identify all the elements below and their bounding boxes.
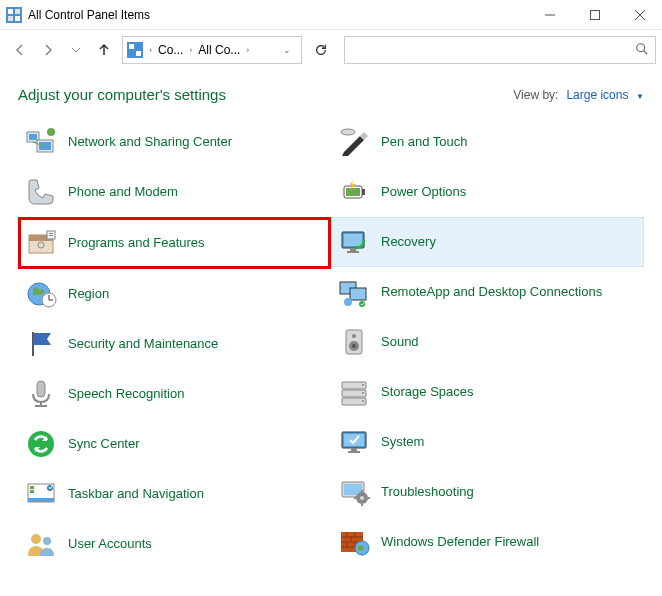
titlebar: All Control Panel Items — [0, 0, 662, 30]
cp-item-label: RemoteApp and Desktop Connections — [381, 284, 602, 300]
control-panel-icon — [6, 7, 22, 23]
cp-item-label: System — [381, 434, 424, 450]
minimize-button[interactable] — [527, 0, 572, 29]
cp-item-sound[interactable]: Sound — [331, 317, 644, 367]
svg-rect-37 — [30, 486, 34, 489]
svg-rect-44 — [362, 189, 365, 195]
svg-rect-48 — [350, 248, 356, 251]
remoteapp-desktop-connections-icon — [337, 275, 371, 309]
items-column-left: Network and Sharing CenterPhone and Mode… — [18, 117, 331, 569]
viewby-dropdown[interactable]: Large icons ▼ — [566, 87, 644, 102]
control-panel-icon — [127, 42, 143, 58]
cp-item-region[interactable]: Region — [18, 269, 331, 319]
svg-point-34 — [28, 431, 54, 457]
cp-item-label: Pen and Touch — [381, 134, 468, 150]
cp-item-speech-recognition[interactable]: Speech Recognition — [18, 369, 331, 419]
cp-item-phone-and-modem[interactable]: Phone and Modem — [18, 167, 331, 217]
cp-item-label: Recovery — [381, 234, 436, 250]
navigation-bar: › Co... › All Co... › ⌄ — [0, 30, 662, 70]
page-title: Adjust your computer's settings — [18, 86, 513, 103]
windows-defender-firewall-icon — [337, 525, 371, 559]
security-and-maintenance-icon — [24, 327, 58, 361]
svg-point-62 — [362, 392, 364, 394]
cp-item-label: Sync Center — [68, 436, 140, 452]
address-dropdown[interactable]: ⌄ — [277, 45, 297, 55]
svg-rect-45 — [346, 188, 360, 196]
cp-item-taskbar-and-navigation[interactable]: Taskbar and Navigation — [18, 469, 331, 519]
svg-rect-67 — [348, 451, 360, 453]
svg-rect-17 — [39, 142, 51, 150]
close-button[interactable] — [617, 0, 662, 29]
sound-icon — [337, 325, 371, 359]
svg-point-12 — [637, 44, 645, 52]
address-bar[interactable]: › Co... › All Co... › ⌄ — [122, 36, 302, 64]
svg-point-57 — [352, 344, 356, 348]
region-icon — [24, 277, 58, 311]
cp-item-label: Speech Recognition — [68, 386, 184, 402]
phone-and-modem-icon — [24, 175, 58, 209]
breadcrumb-segment[interactable]: Co... — [158, 43, 183, 57]
chevron-right-icon[interactable]: › — [246, 45, 249, 55]
cp-item-pen-and-touch[interactable]: Pen and Touch — [331, 117, 644, 167]
back-button[interactable] — [6, 36, 34, 64]
speech-recognition-icon — [24, 377, 58, 411]
svg-rect-10 — [129, 44, 134, 49]
cp-item-power-options[interactable]: Power Options — [331, 167, 644, 217]
svg-rect-16 — [29, 134, 37, 140]
user-accounts-icon — [24, 527, 58, 561]
cp-item-label: Phone and Modem — [68, 184, 178, 200]
cp-item-label: Power Options — [381, 184, 466, 200]
troubleshooting-icon — [337, 475, 371, 509]
cp-item-label: User Accounts — [68, 536, 152, 552]
cp-item-label: Programs and Features — [68, 235, 205, 251]
cp-item-security-and-maintenance[interactable]: Security and Maintenance — [18, 319, 331, 369]
breadcrumb-segment[interactable]: All Co... — [198, 43, 240, 57]
cp-item-user-accounts[interactable]: User Accounts — [18, 519, 331, 569]
programs-and-features-icon — [24, 226, 58, 260]
refresh-button[interactable] — [306, 36, 336, 64]
svg-rect-65 — [344, 434, 364, 446]
system-icon — [337, 425, 371, 459]
cp-item-label: Windows Defender Firewall — [381, 534, 539, 550]
svg-rect-51 — [350, 288, 366, 300]
cp-item-remoteapp-desktop-connections[interactable]: RemoteApp and Desktop Connections — [331, 267, 644, 317]
svg-rect-2 — [15, 9, 20, 14]
svg-rect-4 — [15, 16, 20, 21]
search-input[interactable] — [344, 36, 656, 64]
cp-item-programs-and-features[interactable]: Programs and Features — [18, 217, 331, 269]
cp-item-troubleshooting[interactable]: Troubleshooting — [331, 467, 644, 517]
window-title: All Control Panel Items — [28, 8, 527, 22]
cp-item-label: Troubleshooting — [381, 484, 474, 500]
cp-item-storage-spaces[interactable]: Storage Spaces — [331, 367, 644, 417]
svg-point-41 — [43, 537, 51, 545]
cp-item-network-sharing-center[interactable]: Network and Sharing Center — [18, 117, 331, 167]
svg-point-40 — [31, 534, 41, 544]
svg-rect-49 — [347, 251, 359, 253]
svg-line-13 — [644, 51, 648, 55]
svg-rect-25 — [49, 235, 53, 236]
svg-point-71 — [360, 496, 364, 500]
svg-rect-24 — [49, 233, 53, 234]
cp-item-recovery[interactable]: Recovery — [331, 217, 644, 267]
cp-item-system[interactable]: System — [331, 417, 644, 467]
cp-item-sync-center[interactable]: Sync Center — [18, 419, 331, 469]
chevron-right-icon[interactable]: › — [189, 45, 192, 55]
cp-item-label: Security and Maintenance — [68, 336, 218, 352]
svg-point-42 — [341, 129, 355, 135]
power-options-icon — [337, 175, 371, 209]
maximize-button[interactable] — [572, 0, 617, 29]
up-button[interactable] — [90, 36, 118, 64]
svg-rect-3 — [8, 16, 13, 21]
cp-item-windows-defender-firewall[interactable]: Windows Defender Firewall — [331, 517, 644, 567]
svg-rect-6 — [590, 10, 599, 19]
svg-rect-11 — [136, 51, 141, 56]
forward-button[interactable] — [34, 36, 62, 64]
svg-point-61 — [362, 384, 364, 386]
chevron-down-icon: ▼ — [636, 92, 644, 101]
chevron-right-icon[interactable]: › — [149, 45, 152, 55]
svg-rect-66 — [351, 448, 357, 451]
recent-button[interactable] — [62, 36, 90, 64]
content-area: Adjust your computer's settings View by:… — [0, 70, 662, 569]
storage-spaces-icon — [337, 375, 371, 409]
svg-rect-47 — [344, 234, 362, 246]
